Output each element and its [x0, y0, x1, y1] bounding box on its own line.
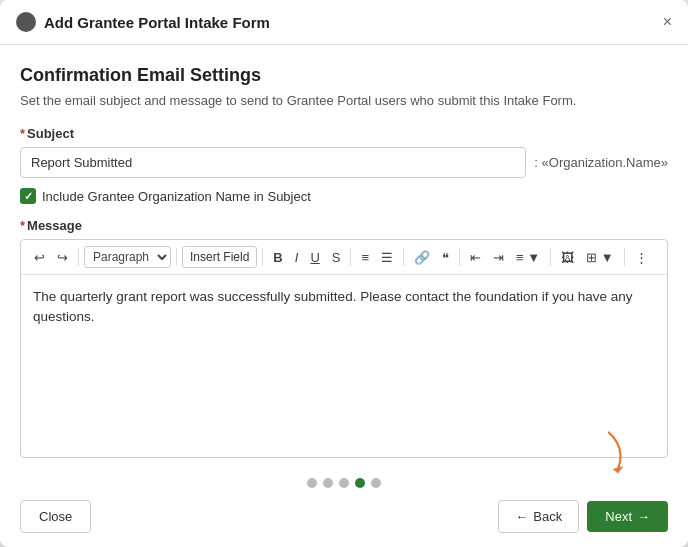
back-arrow-icon: ← [515, 509, 528, 524]
table-button[interactable]: ⊞ ▼ [581, 247, 618, 268]
toolbar-separator-8 [624, 248, 625, 266]
section-title: Confirmation Email Settings [20, 65, 668, 86]
message-label: *Message [20, 218, 668, 233]
subject-required-marker: * [20, 126, 25, 141]
modal: Add Grantee Portal Intake Form × Confirm… [0, 0, 688, 547]
pagination-dot-4 [355, 478, 365, 488]
toolbar-separator-6 [459, 248, 460, 266]
svg-marker-0 [613, 466, 624, 473]
section-description: Set the email subject and message to sen… [20, 92, 668, 110]
close-button[interactable]: Close [20, 500, 91, 533]
underline-button[interactable]: U [305, 247, 324, 268]
toolbar-separator-3 [262, 248, 263, 266]
next-button[interactable]: Next → [587, 501, 668, 532]
modal-header: Add Grantee Portal Intake Form × [0, 0, 688, 45]
toolbar-separator-1 [78, 248, 79, 266]
modal-title: Add Grantee Portal Intake Form [44, 14, 270, 31]
toolbar-separator-7 [550, 248, 551, 266]
modal-title-row: Add Grantee Portal Intake Form [16, 12, 270, 32]
back-button[interactable]: ← Back [498, 500, 579, 533]
more-button[interactable]: ⋮ [630, 247, 653, 268]
toolbar-separator-4 [350, 248, 351, 266]
insert-field-button[interactable]: Insert Field [182, 246, 257, 268]
next-arrow-icon: → [637, 509, 650, 524]
image-button[interactable]: 🖼 [556, 247, 579, 268]
indent-left-button[interactable]: ⇤ [465, 247, 486, 268]
plus-icon [16, 12, 36, 32]
strikethrough-button[interactable]: S [327, 247, 346, 268]
subject-label: *Subject [20, 126, 668, 141]
toolbar-separator-2 [176, 248, 177, 266]
include-org-name-checkbox[interactable] [20, 188, 36, 204]
next-label: Next [605, 509, 632, 524]
subject-suffix: : «Organization.Name» [534, 155, 668, 170]
paragraph-select[interactable]: Paragraph [84, 246, 171, 268]
checkbox-label: Include Grantee Organization Name in Sub… [42, 189, 311, 204]
redo-button[interactable]: ↪ [52, 247, 73, 268]
editor-content-area[interactable]: The quarterly grant report was successfu… [21, 275, 667, 457]
footer-buttons: Close ← Back Next → [20, 500, 668, 533]
unordered-list-button[interactable]: ☰ [376, 247, 398, 268]
link-button[interactable]: 🔗 [409, 247, 435, 268]
message-required-marker: * [20, 218, 25, 233]
modal-footer: Close ← Back Next → [0, 468, 688, 547]
undo-button[interactable]: ↩ [29, 247, 50, 268]
pagination-dot-5 [371, 478, 381, 488]
pagination-dots [307, 478, 381, 488]
toolbar-separator-5 [403, 248, 404, 266]
modal-body: Confirmation Email Settings Set the emai… [0, 45, 688, 468]
align-button[interactable]: ≡ ▼ [511, 247, 545, 268]
message-editor: ↩ ↪ Paragraph Insert Field B I U S ≡ ☰ 🔗… [20, 239, 668, 458]
italic-button[interactable]: I [290, 247, 304, 268]
pagination-dot-1 [307, 478, 317, 488]
right-buttons: ← Back Next → [498, 500, 668, 533]
indent-right-button[interactable]: ⇥ [488, 247, 509, 268]
pagination-dot-3 [339, 478, 349, 488]
bold-button[interactable]: B [268, 247, 287, 268]
quote-button[interactable]: ❝ [437, 247, 454, 268]
editor-toolbar: ↩ ↪ Paragraph Insert Field B I U S ≡ ☰ 🔗… [21, 240, 667, 275]
close-icon[interactable]: × [663, 14, 672, 30]
checkbox-row[interactable]: Include Grantee Organization Name in Sub… [20, 188, 668, 204]
back-label: Back [533, 509, 562, 524]
ordered-list-button[interactable]: ≡ [356, 247, 374, 268]
subject-row: : «Organization.Name» [20, 147, 668, 178]
subject-input[interactable] [20, 147, 526, 178]
pagination-dot-2 [323, 478, 333, 488]
